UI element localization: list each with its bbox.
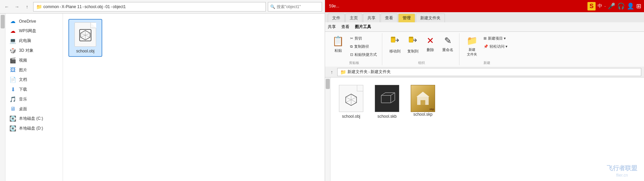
sidebar-item-3d[interactable]: 🎲 3D 对象	[5, 46, 63, 55]
documents-icon: 📄	[9, 76, 16, 83]
ribbon-group-organize: 移动到 复制到 ✕	[385, 33, 459, 65]
rename-button[interactable]: ✎ 重命名	[439, 34, 456, 54]
brand-headphone: 🎧	[617, 2, 625, 10]
sidebar-item-disk-d[interactable]: 💽 本地磁盘 (D:)	[5, 123, 63, 133]
right-file-item-school-obj[interactable]: school.obj	[336, 83, 366, 121]
brand-user: 👤	[627, 2, 634, 10]
sidebar-item-downloads[interactable]: ⬇ 下载	[5, 85, 63, 94]
right-path-part1[interactable]: 新建文件夹	[347, 69, 368, 75]
paste-shortcut-icon: ⊡	[350, 52, 353, 57]
onedrive-icon: ☁	[9, 18, 16, 24]
skp-label: skp	[429, 106, 434, 111]
right-address-bar: ↑ 📁 新建文件夹 › 新建文件夹	[325, 67, 644, 77]
ribbon-tab-picture-tools[interactable]: 图片工具	[355, 24, 371, 30]
sidebar-item-disk-c[interactable]: 💽 本地磁盘 (C:)	[5, 114, 63, 123]
path-object1[interactable]: object1	[113, 4, 126, 9]
forward-button[interactable]: →	[13, 3, 21, 11]
path-common[interactable]: common	[43, 4, 59, 9]
new-small-btns: ⊞ 新建项目 ▾ 📌 轻松访问 ▾	[481, 35, 510, 50]
easy-access-icon: 📌	[484, 44, 488, 49]
paste-icon: 📋	[332, 36, 344, 47]
video-icon: 🎬	[9, 57, 16, 64]
brand-dot: ·	[604, 3, 606, 9]
easy-access-button[interactable]: 📌 轻松访问 ▾	[481, 43, 510, 50]
path-xplane[interactable]: X-Plane 11	[62, 4, 82, 9]
delete-button[interactable]: ✕ 删除	[422, 34, 438, 54]
right-up-button[interactable]: ↑	[328, 68, 336, 76]
ribbon-tab-view[interactable]: 查看	[381, 14, 398, 22]
right-file-icon-obj	[339, 85, 363, 112]
path-custom-scenery[interactable]: school.obj	[84, 4, 103, 9]
right-file-explorer: 59e... S 中 · 🎤 🎧 👤 ⊞ 文件 主页 共享 查看 管理 新建文件…	[325, 0, 644, 181]
file-corner	[90, 23, 96, 28]
right-file-icon-skp: skp	[411, 85, 435, 112]
new-folder-label: 新建文件夹	[467, 47, 477, 57]
organize-actions: 移动到 复制到 ✕	[386, 33, 456, 59]
clipboard-small-btns: ✂ 剪切 ⧉ 复制路径 ⊡ 粘贴快捷方式	[348, 35, 379, 58]
sidebar-item-onedrive[interactable]: ☁ OneDrive	[5, 16, 63, 26]
path-01[interactable]: 01	[105, 4, 110, 9]
search-input[interactable]	[277, 4, 314, 9]
sidebar-item-video[interactable]: 🎬 视频	[5, 55, 63, 65]
paste-shortcut-button[interactable]: ⊡ 粘贴快捷方式	[348, 51, 379, 58]
sidebar-item-wps[interactable]: ☁ WPS网盘	[5, 26, 63, 36]
back-button[interactable]: ←	[3, 3, 11, 11]
right-file-name-skb: school.skb	[378, 114, 397, 119]
new-item-button[interactable]: ⊞ 新建项目 ▾	[481, 35, 510, 42]
sidebar-item-documents[interactable]: 📄 文档	[5, 75, 63, 85]
pictures-icon: 🖼	[9, 67, 16, 73]
paste-button[interactable]: 📋 粘贴	[329, 34, 347, 55]
scrollbar-left[interactable]	[0, 14, 5, 181]
ribbon-tabs: 文件 主页 共享 查看 管理 新建文件夹	[325, 12, 644, 22]
move-to-label: 移动到	[389, 49, 401, 54]
right-file-icon-skb	[375, 85, 399, 112]
right-address-path[interactable]: 📁 新建文件夹 › 新建文件夹	[337, 68, 641, 76]
sidebar-item-desktop[interactable]: 🖥 桌面	[5, 104, 63, 114]
copy-path-button[interactable]: ⧉ 复制路径	[348, 43, 379, 50]
brand-logo: S	[587, 2, 596, 10]
file-corner-right	[357, 85, 363, 91]
ribbon-tab-new-folder[interactable]: 新建文件夹	[416, 14, 445, 22]
svg-rect-23	[421, 100, 425, 105]
sidebar-label-music: 音乐	[19, 96, 27, 102]
sidebar-item-computer[interactable]: 💻 此电脑	[5, 36, 63, 46]
brand-apps: ⊞	[636, 2, 641, 10]
clipboard-label: 剪贴板	[329, 59, 379, 65]
sidebar-label-downloads: 下载	[19, 87, 27, 92]
right-file-item-school-skp[interactable]: skp school.skp	[408, 83, 438, 121]
address-path[interactable]: 📁 common › X-Plane 11 › school.obj › 01 …	[33, 2, 266, 12]
file-item-school-obj[interactable]: school.obj	[68, 19, 102, 57]
up-button[interactable]: ↑	[23, 3, 31, 11]
ribbon-group-clipboard: 📋 粘贴 ✂ 剪切 ⧉ 复制路径 ⊡ 粘贴快捷方式	[328, 33, 382, 65]
sidebar-label-3d: 3D 对象	[19, 48, 34, 53]
ribbon-tab-view2[interactable]: 查看	[341, 24, 349, 30]
ribbon-tab-share2[interactable]: 共享	[328, 24, 336, 30]
computer-icon: 💻	[9, 38, 16, 44]
sidebar-item-pictures[interactable]: 🖼 图片	[5, 65, 63, 75]
move-to-button[interactable]: 移动到	[386, 34, 404, 55]
new-item-icon: ⊞	[484, 36, 487, 41]
copy-path-icon: ⧉	[350, 44, 353, 49]
new-item-label: 新建项目 ▾	[488, 36, 506, 41]
copy-to-button[interactable]: 复制到	[404, 34, 422, 55]
ribbon-tab-manage[interactable]: 管理	[398, 14, 415, 22]
right-path-part2[interactable]: 新建文件夹	[370, 69, 391, 75]
sidebar-item-music[interactable]: 🎵 音乐	[5, 94, 63, 104]
ribbon-tab-share[interactable]: 共享	[363, 14, 380, 22]
cut-label: 剪切	[355, 36, 362, 41]
right-file-item-school-skb[interactable]: school.skb	[372, 83, 402, 121]
brand-mic: 🎤	[608, 2, 615, 10]
3d-icon: 🎲	[9, 47, 16, 54]
sidebar-label-onedrive: OneDrive	[19, 19, 36, 24]
ribbon-tab-home[interactable]: 主页	[345, 14, 362, 22]
new-folder-icon: 📁	[467, 36, 477, 46]
new-folder-button[interactable]: 📁 新建文件夹	[464, 34, 480, 59]
left-file-explorer: ← → ↑ 📁 common › X-Plane 11 › school.obj…	[0, 0, 325, 181]
right-scrollbar[interactable]	[325, 77, 330, 181]
wps-icon: ☁	[9, 28, 16, 34]
cut-button[interactable]: ✂ 剪切	[348, 35, 379, 42]
ribbon-content: 📋 粘贴 ✂ 剪切 ⧉ 复制路径 ⊡ 粘贴快捷方式	[325, 32, 644, 67]
delete-label: 删除	[427, 47, 434, 52]
desktop-icon: 🖥	[9, 106, 16, 112]
ribbon-tab-file[interactable]: 文件	[328, 14, 345, 22]
